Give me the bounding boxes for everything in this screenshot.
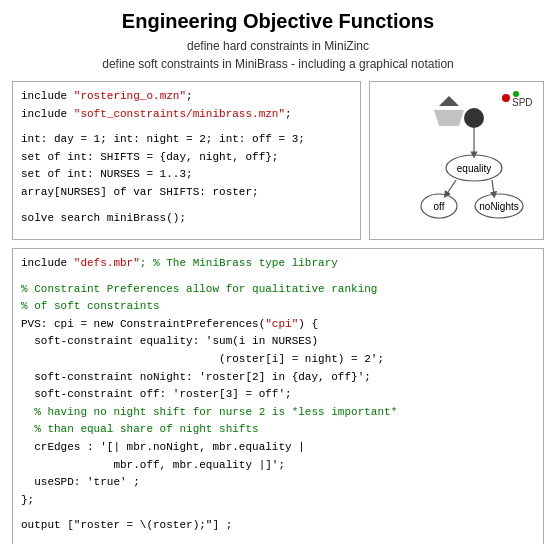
bot-line-1: include "defs.mbr"; % The MiniBrass type… (21, 255, 535, 273)
top-panels: include "rostering_o.mzn"; include "soft… (12, 81, 544, 240)
diagram-panel: SPD equality off noNights (369, 81, 544, 240)
code-line-6: array[NURSES] of var SHIFTS: roster; (21, 184, 352, 202)
subtitle: define hard constraints in MiniZinc defi… (12, 37, 544, 73)
funnel-shape (434, 110, 464, 126)
code-line-5: set of int: NURSES = 1..3; (21, 166, 352, 184)
bot-line-15: output ["roster = \(roster);"] ; (21, 517, 535, 535)
code-line-3: int: day = 1; int: night = 2; int: off =… (21, 131, 352, 149)
bot-line-10: % than equal share of night shifts (21, 421, 535, 439)
off-label: off (434, 201, 445, 212)
bot-line-8: soft-constraint off: 'roster[3] = off'; (21, 386, 535, 404)
bot-line-9: % having no night shift for nurse 2 is *… (21, 404, 535, 422)
code-line-4: set of int: SHIFTS = {day, night, off}; (21, 149, 352, 167)
red-dot (502, 94, 510, 102)
edge-equality-nonights (492, 180, 494, 195)
top-triangle (439, 96, 459, 106)
bot-line-12: mbr.off, mbr.equality |]'; (21, 457, 535, 475)
header-section: Engineering Objective Functions define h… (12, 10, 544, 73)
bot-line-2: % Constraint Preferences allow for quali… (21, 281, 535, 299)
bot-line-7: soft-constraint noNight: 'roster[2] in {… (21, 369, 535, 387)
bot-line-5: soft-constraint equality: 'sum(i in NURS… (21, 333, 535, 351)
top-node (464, 108, 484, 128)
equality-label: equality (457, 163, 491, 174)
page-container: Engineering Objective Functions define h… (0, 0, 556, 544)
subtitle-line1: define hard constraints in MiniZinc (187, 39, 369, 53)
diagram-svg: SPD equality off noNights (374, 88, 539, 233)
top-code-panel: include "rostering_o.mzn"; include "soft… (12, 81, 361, 240)
nonights-label: noNights (479, 201, 518, 212)
code-line-7: solve search miniBrass(); (21, 210, 352, 228)
code-line-2: include "soft_constraints/minibrass.mzn"… (21, 106, 352, 124)
bot-line-4: PVS: cpi = new ConstraintPreferences("cp… (21, 316, 535, 334)
main-title: Engineering Objective Functions (12, 10, 544, 33)
code-line-1: include "rostering_o.mzn"; (21, 88, 352, 106)
bot-line-3: % of soft constraints (21, 298, 535, 316)
bot-line-6: (roster[i] = night) = 2'; (21, 351, 535, 369)
bot-line-13: useSPD: 'true' ; (21, 474, 535, 492)
green-dot (513, 91, 519, 97)
bot-line-14: }; (21, 492, 535, 510)
bottom-code-panel: include "defs.mbr"; % The MiniBrass type… (12, 248, 544, 544)
spd-label: SPD (512, 97, 533, 108)
edge-equality-off (446, 180, 456, 195)
bot-line-11: crEdges : '[| mbr.noNight, mbr.equality … (21, 439, 535, 457)
subtitle-line2: define soft constraints in MiniBrass - i… (102, 57, 454, 71)
